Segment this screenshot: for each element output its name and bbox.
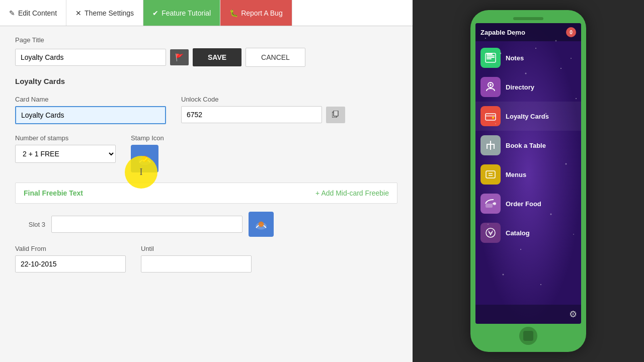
unlock-code-label: Unlock Code [181,96,345,103]
card-name-label: Card Name [15,96,166,103]
tab-feature-tutorial[interactable]: ✔ Feature Tutorial [143,0,220,26]
svg-point-35 [492,117,494,119]
page-title-input[interactable] [15,49,166,66]
menu-item-catalog[interactable]: Catalog [475,218,581,247]
svg-rect-27 [487,55,495,56]
menu-item-loyalty[interactable]: Loyalty Cards [475,102,581,131]
menu-item-menus[interactable]: Menus [475,160,581,189]
until-group: Until [141,245,252,273]
flag-button[interactable]: 🚩 [170,49,189,65]
tab-edit-content-label: Edit Content [18,9,57,17]
bug-icon: 🐛 [229,9,238,17]
menus-icon [480,164,501,185]
directory-label: Directory [506,83,534,91]
phone-preview-panel: Zapable Demo 0 Notes Directory [413,0,644,362]
svg-rect-38 [486,171,495,178]
valid-from-label: Valid From [15,245,126,252]
directory-icon [480,77,501,97]
tab-report-bug[interactable]: 🐛 Report A Bug [220,0,292,26]
slot-row: Slot 3 [15,212,397,237]
save-button[interactable]: SAVE [193,48,242,66]
book-table-label: Book a Table [506,142,546,149]
notes-label: Notes [506,54,524,62]
menu-item-order-food[interactable]: Order Food [475,189,581,218]
valid-from-group: Valid From [15,245,126,273]
valid-from-input[interactable] [15,255,126,273]
card-name-group: Card Name [15,96,166,124]
phone-speaker [513,17,543,20]
card-unlock-row: Card Name Unlock Code [15,96,397,124]
stamps-icon-row: Number of stamps 2 + 1 FREE 3 + 1 FREE 4… [15,134,397,172]
phone-menu: Notes Directory Loyalty Cards [475,41,581,305]
svg-rect-33 [486,114,496,120]
menu-item-book-table[interactable]: Book a Table [475,131,581,160]
notes-icon [480,48,501,68]
stamps-label: Number of stamps [15,134,116,142]
phone-footer: ⚙ [475,305,581,324]
freebie-row: Final Freebie Text + Add Mid-card Freebi… [15,183,397,204]
catalog-icon [480,223,501,243]
tab-theme-settings[interactable]: ✕ Theme Settings [66,0,143,26]
order-food-icon [480,194,501,214]
until-label: Until [141,245,252,252]
slot-label: Slot 3 [15,221,45,228]
tab-feature-tutorial-label: Feature Tutorial [162,9,211,17]
valid-row: Valid From Until [15,245,397,273]
tab-theme-settings-label: Theme Settings [85,9,134,17]
menus-label: Menus [506,171,526,178]
tab-edit-content[interactable]: ✎ Edit Content [0,0,66,26]
loyalty-icon [480,106,501,126]
stamp-icon-box[interactable] [131,145,158,172]
svg-point-5 [259,222,264,227]
svg-rect-28 [487,57,495,58]
svg-rect-34 [486,115,496,117]
svg-rect-1 [334,111,338,116]
freebie-text: Final Freebie Text [24,189,83,197]
settings-icon[interactable]: ⚙ [569,309,577,320]
phone-header: Zapable Demo 0 [475,23,581,41]
stamp-icon-label: Stamp Icon [131,134,164,142]
card-name-input[interactable] [15,106,166,124]
cancel-button[interactable]: CANCEL [246,48,305,67]
notification-badge: 0 [566,27,576,37]
menu-item-notes[interactable]: Notes [475,43,581,72]
stamps-group: Number of stamps 2 + 1 FREE 3 + 1 FREE 4… [15,134,116,172]
content-area: Page Title 🚩 SAVE CANCEL Loyalty Cards C… [0,26,413,362]
order-food-label: Order Food [506,200,541,208]
until-input[interactable] [141,255,252,273]
edit-icon: ✎ [9,9,15,17]
phone-screen: Zapable Demo 0 Notes Directory [475,23,581,324]
unlock-code-input[interactable] [181,106,322,123]
section-title: Loyalty Cards [15,77,397,85]
copy-button[interactable] [326,107,345,123]
stamps-select[interactable]: 2 + 1 FREE 3 + 1 FREE 4 + 1 FREE 5 + 1 F… [15,145,116,163]
tab-report-bug-label: Report A Bug [241,9,283,17]
unlock-code-row [181,106,345,123]
stamp-icon-group: Stamp Icon [131,134,164,172]
svg-rect-29 [487,58,492,59]
page-title-row: 🚩 SAVE CANCEL [15,48,397,67]
cross-icon: ✕ [75,9,82,17]
unlock-code-group: Unlock Code [181,96,345,124]
svg-point-32 [490,84,492,86]
page-title-label: Page Title [15,36,397,44]
slot-icon-box[interactable] [249,212,274,237]
check-icon: ✔ [152,9,158,17]
menu-item-directory[interactable]: Directory [475,72,581,102]
phone-outer: Zapable Demo 0 Notes Directory [470,10,586,352]
svg-point-3 [141,155,148,162]
page-title-section: Page Title 🚩 SAVE CANCEL [15,36,397,67]
phone-app-title: Zapable Demo [480,29,525,36]
phone-home-button[interactable] [519,327,537,345]
slot-input[interactable] [51,216,243,233]
add-mid-freebie-link[interactable]: + Add Mid-card Freebie [315,189,389,197]
top-tabs: ✎ Edit Content ✕ Theme Settings ✔ Featur… [0,0,413,26]
catalog-label: Catalog [506,229,530,237]
loyalty-label: Loyalty Cards [506,113,549,120]
phone-home-inner [523,331,533,341]
svg-rect-41 [486,204,493,208]
book-table-icon [480,135,501,155]
